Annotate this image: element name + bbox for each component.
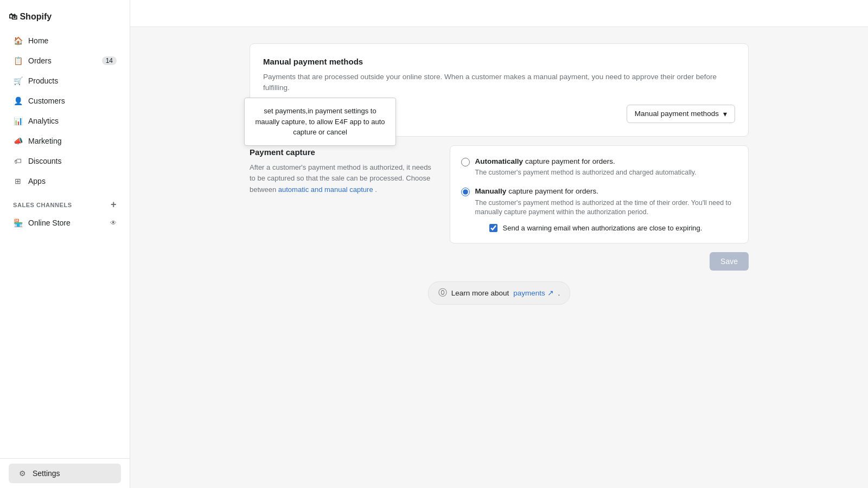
sidebar-item-marketing-label: Marketing [28, 137, 61, 145]
manual-capture-rest: capture payment for orders. [508, 187, 598, 195]
sidebar-item-home-label: Home [28, 36, 48, 45]
learn-more-period: . [558, 289, 560, 297]
sidebar-item-apps[interactable]: ⊞ Apps [4, 171, 125, 191]
sales-channels-section: SALES CHANNELS + [0, 191, 130, 213]
analytics-icon: 📊 [13, 116, 23, 126]
orders-badge: 14 [102, 56, 117, 65]
sidebar: 🛍 Shopify 🏠 Home 📋 Orders 14 🛒 Products … [0, 0, 130, 488]
manual-capture-option: Manually capture payment for orders. The… [461, 187, 737, 232]
sidebar-bottom: ⚙ Settings [0, 458, 130, 488]
main-content-area: set payments,in payment settings to maua… [130, 0, 868, 488]
sidebar-logo: 🛍 Shopify [0, 5, 130, 30]
sidebar-item-customers[interactable]: 👤 Customers [4, 91, 125, 111]
learn-more-section: ⓪ Learn more about payments ↗ . [428, 281, 571, 305]
sidebar-item-online-store-label: Online Store [28, 219, 71, 227]
sidebar-item-orders[interactable]: 📋 Orders 14 [4, 51, 125, 70]
manual-payment-title: Manual payment methods [263, 57, 735, 66]
manual-capture-main-label[interactable]: Manually capture payment for orders. [475, 187, 598, 195]
save-row: Save [250, 252, 749, 271]
payment-capture-card: Automatically capture payment for orders… [450, 145, 749, 243]
auto-capture-option: Automatically capture payment for orders… [461, 157, 737, 178]
sales-channels-label: SALES CHANNELS [13, 202, 72, 208]
payment-capture-title: Payment capture [250, 147, 437, 157]
orders-icon: 📋 [13, 56, 23, 66]
top-bar [130, 0, 868, 27]
dropdown-chevron-icon: ▾ [723, 110, 727, 118]
warning-email-row: Send a warning email when authorizations… [475, 224, 737, 232]
sidebar-item-apps-label: Apps [28, 177, 46, 185]
manual-capture-sub-label: The customer's payment method is authori… [475, 198, 737, 217]
manual-payment-dropdown[interactable]: Manual payment methods ▾ [627, 105, 735, 123]
payment-capture-desc-period: . [375, 185, 377, 194]
sidebar-item-marketing[interactable]: 📣 Marketing [4, 131, 125, 151]
sidebar-item-customers-label: Customers [28, 97, 65, 105]
payment-capture-left: Payment capture After a customer's payme… [250, 145, 437, 196]
auto-capture-bold: Automatically [475, 157, 524, 165]
sidebar-item-settings-label: Settings [33, 469, 60, 478]
auto-capture-sub-label: The customer's payment method is authori… [475, 168, 737, 178]
sidebar-item-home[interactable]: 🏠 Home [4, 31, 125, 50]
payments-link[interactable]: payments ↗ [513, 288, 553, 297]
manual-payment-description: Payments that are processed outside your… [263, 72, 735, 94]
home-icon: 🏠 [13, 36, 23, 46]
sidebar-item-online-store[interactable]: 🏪 Online Store 👁 [4, 213, 125, 233]
auto-capture-main-label[interactable]: Automatically capture payment for orders… [475, 157, 615, 165]
add-sales-channel-button[interactable]: + [106, 199, 121, 210]
manual-capture-bold: Manually [475, 187, 507, 195]
online-store-icon: 🏪 [13, 218, 23, 228]
customers-icon: 👤 [13, 96, 23, 106]
sidebar-item-discounts[interactable]: 🏷 Discounts [4, 151, 125, 171]
auto-capture-labels: Automatically capture payment for orders… [475, 157, 737, 178]
payment-capture-section: Payment capture After a customer's payme… [250, 145, 749, 243]
page-body: set payments,in payment settings to maua… [228, 27, 770, 326]
manual-payment-dropdown-label: Manual payment methods [635, 110, 719, 118]
payment-capture-description: After a customer's payment method is aut… [250, 162, 437, 196]
auto-capture-radio[interactable] [461, 158, 470, 166]
sidebar-item-analytics[interactable]: 📊 Analytics [4, 111, 125, 131]
discounts-icon: 🏷 [13, 156, 23, 166]
sidebar-nav: 🏠 Home 📋 Orders 14 🛒 Products 👤 Customer… [0, 30, 130, 458]
apps-icon: ⊞ [13, 176, 23, 186]
manual-capture-radio[interactable] [461, 188, 470, 196]
warning-email-label[interactable]: Send a warning email when authorizations… [503, 224, 703, 232]
tooltip-box: set payments,in payment settings to maua… [244, 98, 396, 146]
payment-capture-right: Automatically capture payment for orders… [450, 145, 749, 243]
help-icon: ⓪ [438, 287, 447, 299]
settings-icon: ⚙ [17, 468, 27, 478]
learn-more-prefix: Learn more about [451, 289, 509, 297]
auto-capture-rest: capture payment for orders. [525, 157, 615, 165]
sidebar-item-products-label: Products [28, 76, 58, 85]
marketing-icon: 📣 [13, 136, 23, 146]
auto-manual-capture-link[interactable]: automatic and manual capture [278, 185, 373, 194]
tooltip-text: set payments,in payment settings to maua… [255, 107, 385, 136]
sidebar-item-analytics-label: Analytics [28, 117, 59, 125]
products-icon: 🛒 [13, 76, 23, 86]
save-button[interactable]: Save [710, 252, 749, 271]
manual-capture-labels: Manually capture payment for orders. The… [475, 187, 737, 232]
warning-email-checkbox[interactable] [489, 224, 497, 232]
sidebar-item-products[interactable]: 🛒 Products [4, 71, 125, 91]
sidebar-item-settings[interactable]: ⚙ Settings [9, 464, 121, 483]
online-store-eye-icon: 👁 [110, 219, 117, 227]
sidebar-item-discounts-label: Discounts [28, 157, 61, 165]
sidebar-item-orders-label: Orders [28, 56, 52, 65]
